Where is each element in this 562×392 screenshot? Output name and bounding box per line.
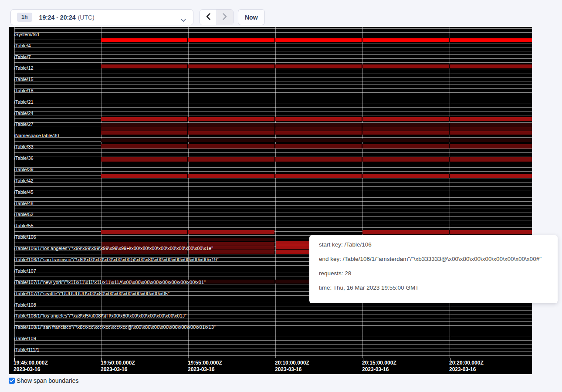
span-boundary-hline xyxy=(14,122,532,123)
row-key-label: /Table/109 xyxy=(14,336,36,341)
span-boundary-hline xyxy=(14,100,532,100)
row-key-label: /Table/52 xyxy=(14,212,34,217)
chevron-right-icon xyxy=(223,13,227,21)
row-key-label: /Table/55 xyxy=(14,223,34,228)
next-time-window-button[interactable] xyxy=(217,10,233,25)
axis-tick-label: 20:15:00.000Z2023-03-16 xyxy=(362,360,396,373)
span-boundary-hline xyxy=(14,74,532,74)
span-boundary-hline xyxy=(14,58,532,59)
span-boundary-hline xyxy=(14,337,532,337)
tooltip-line: requests: 28 xyxy=(319,270,558,277)
span-boundary-hline xyxy=(14,28,532,29)
row-key-label: /Table/108 xyxy=(14,302,36,308)
span-boundary-hline xyxy=(14,107,532,108)
time-bucket-vline xyxy=(275,27,276,358)
span-boundary-hline xyxy=(14,171,532,172)
footer-controls: Show span boundaries xyxy=(9,377,78,384)
heat-band xyxy=(362,230,532,234)
axis-tick-label: 20:20:00.000Z2023-03-16 xyxy=(449,360,484,373)
time-window-nav xyxy=(200,9,234,25)
row-key-label: /Table/108/1/"san francisco"/"\x8c\xcc\x… xyxy=(14,324,216,330)
heat-band xyxy=(101,38,532,42)
span-boundary-hline xyxy=(14,213,532,213)
time-bucket-vline xyxy=(450,27,450,358)
span-boundary-hline xyxy=(14,340,532,341)
row-key-label: /Table/7 xyxy=(14,54,31,60)
span-boundary-hline xyxy=(14,197,532,198)
time-range-timezone: (UTC) xyxy=(78,14,95,21)
row-key-label: /Table/106/1/"san francisco"/"\x80\x00\x… xyxy=(14,257,219,262)
heat-band xyxy=(101,117,532,121)
row-key-label: /Table/36 xyxy=(14,155,34,161)
heat-band xyxy=(101,139,532,142)
chevron-left-icon xyxy=(206,13,210,21)
row-key-label: /Table/27 xyxy=(14,122,34,127)
axis-tick-label: 19:45:00.000Z2023-03-16 xyxy=(14,360,48,373)
span-boundary-hline xyxy=(14,201,532,202)
span-boundary-hline xyxy=(14,186,532,187)
span-boundary-hline xyxy=(14,51,532,51)
span-boundary-hline xyxy=(14,164,532,164)
span-boundary-hline xyxy=(14,179,532,179)
span-boundary-hline xyxy=(14,96,532,96)
span-boundary-hline xyxy=(14,220,532,220)
span-boundary-hline xyxy=(14,104,532,104)
time-bucket-vline xyxy=(101,27,102,358)
row-key-label: /Table/39 xyxy=(14,167,34,172)
heat-band xyxy=(101,131,532,135)
span-boundary-hline xyxy=(14,307,532,307)
span-boundary-hline xyxy=(14,137,532,138)
heat-band xyxy=(101,230,274,234)
span-boundary-hline xyxy=(14,194,532,194)
heat-band xyxy=(101,64,532,68)
row-key-label: /Table/42 xyxy=(14,178,34,183)
span-boundary-hline xyxy=(14,54,532,55)
row-key-label: /Table/107 xyxy=(14,268,36,274)
now-button[interactable]: Now xyxy=(238,9,265,25)
span-boundary-hline xyxy=(14,182,532,183)
span-boundary-hline xyxy=(14,92,532,93)
heat-band xyxy=(189,242,274,246)
span-boundary-hline xyxy=(14,351,532,352)
time-range-select[interactable]: 1h 19:24 - 20:24 (UTC) xyxy=(10,9,193,25)
row-key-label: /Table/15 xyxy=(14,77,34,82)
show-span-boundaries-checkbox[interactable] xyxy=(9,378,15,384)
row-key-label: /Table/106 xyxy=(14,234,36,240)
heat-band xyxy=(189,238,274,241)
check-icon xyxy=(10,379,14,382)
keyvis-canvas[interactable]: /System/tsd/Table/4/Table/7/Table/12/Tab… xyxy=(9,27,532,374)
span-boundary-hline xyxy=(14,344,532,345)
time-bucket-vline xyxy=(362,27,363,358)
row-key-label: /NamespaceTable/30 xyxy=(14,133,59,138)
heat-band xyxy=(101,127,532,131)
span-boundary-hline xyxy=(14,70,532,70)
heat-band xyxy=(101,144,532,149)
span-boundary-hline xyxy=(14,115,532,115)
row-key-label: /Table/21 xyxy=(14,99,34,105)
row-key-label: /Table/18 xyxy=(14,88,34,93)
previous-time-window-button[interactable] xyxy=(200,10,217,25)
heat-band xyxy=(102,242,187,246)
time-axis: 19:45:00.000Z2023-03-1619:50:00.000Z2023… xyxy=(9,358,532,374)
span-boundary-hline xyxy=(14,111,532,112)
row-key-label: /Table/12 xyxy=(14,65,34,71)
row-key-label: /Table/108/1/"los angeles"/"\xa8\xf5\u00… xyxy=(14,313,186,318)
show-span-boundaries-label: Show span boundaries xyxy=(17,377,78,384)
span-boundary-hline xyxy=(14,205,532,206)
span-boundary-hline xyxy=(14,167,532,168)
span-boundary-hline xyxy=(14,47,532,47)
span-boundary-hline xyxy=(14,209,532,209)
row-key-label: /Table/48 xyxy=(14,201,34,206)
axis-tick-label: 20:10:00.000Z2023-03-16 xyxy=(275,360,309,373)
row-key-label: /Table/4 xyxy=(14,43,31,48)
tooltip-line: time: Thu, 16 Mar 2023 19:55:00 GMT xyxy=(319,285,558,291)
span-boundary-hline xyxy=(14,62,532,63)
span-boundary-hline xyxy=(14,149,532,149)
span-boundary-hline xyxy=(14,310,532,311)
row-key-label: /Table/106/1/"los angeles"/"\x99\x99\x99… xyxy=(14,246,213,251)
row-key-label: /System/tsd xyxy=(14,32,39,37)
span-boundary-hline xyxy=(14,348,532,348)
axis-tick-label: 19:50:00.000Z2023-03-16 xyxy=(101,360,135,373)
span-boundary-hline xyxy=(14,152,532,153)
heat-band xyxy=(101,174,532,178)
